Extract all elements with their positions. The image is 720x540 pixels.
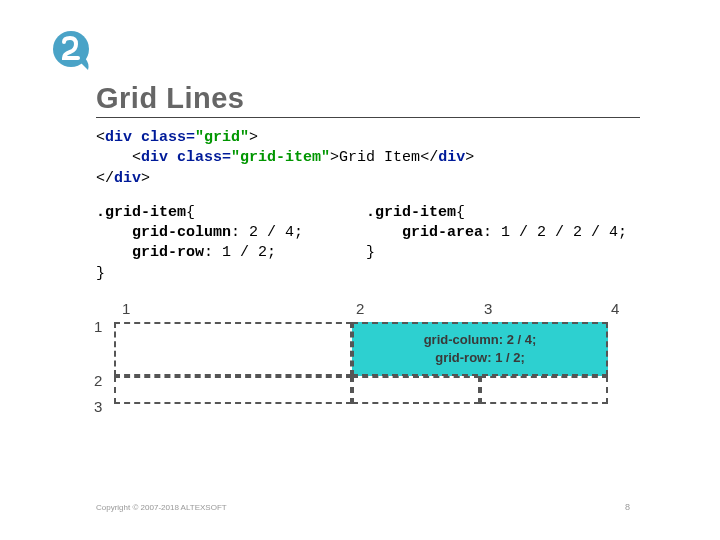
- code-line: <div class="grid">: [96, 128, 640, 148]
- row-label: 1: [94, 318, 102, 335]
- code-line: .grid-item{: [366, 203, 640, 223]
- code-line: }: [96, 264, 336, 284]
- code-line: grid-row: 1 / 2;: [96, 243, 336, 263]
- page-number: 8: [625, 502, 630, 512]
- grid-diagram: 1 2 3 4 1 2 3 grid-column: 2 / 4; grid-r…: [86, 300, 646, 420]
- code-line: <div class="grid-item">Grid Item</div>: [96, 148, 640, 168]
- col-label: 4: [611, 300, 619, 317]
- code-css-right: .grid-item{ grid-area: 1 / 2 / 2 / 4;}: [366, 203, 640, 284]
- code-line: </div>: [96, 169, 640, 189]
- highlight-line: grid-column: 2 / 4;: [424, 331, 537, 349]
- code-css-left: .grid-item{ grid-column: 2 / 4; grid-row…: [96, 203, 336, 284]
- logo-icon: [50, 28, 96, 74]
- row-label: 2: [94, 372, 102, 389]
- code-line: .grid-item{: [96, 203, 336, 223]
- code-line: grid-column: 2 / 4;: [96, 223, 336, 243]
- col-label: 3: [484, 300, 492, 317]
- highlight-line: grid-row: 1 / 2;: [435, 349, 525, 367]
- col-label: 1: [122, 300, 130, 317]
- code-line: }: [366, 243, 640, 263]
- copyright: Copyright © 2007-2018 ALTEXSOFT: [96, 503, 227, 512]
- diagram-highlight: grid-column: 2 / 4; grid-row: 1 / 2;: [352, 322, 608, 376]
- slide-title: Grid Lines: [96, 82, 640, 118]
- col-label: 2: [356, 300, 364, 317]
- code-html-block: <div class="grid"> <div class="grid-item…: [96, 128, 640, 189]
- code-line: grid-area: 1 / 2 / 2 / 4;: [366, 223, 640, 243]
- row-label: 3: [94, 398, 102, 415]
